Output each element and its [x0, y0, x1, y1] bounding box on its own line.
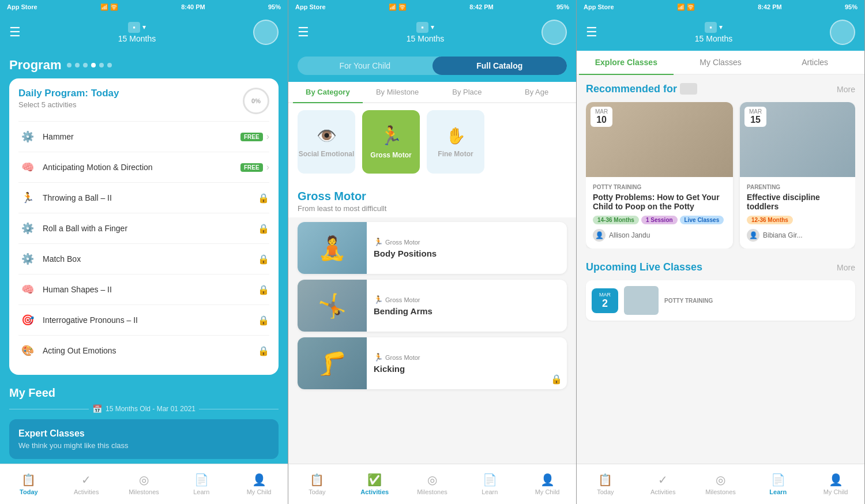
nav-learn-1[interactable]: 📄 Learn [172, 464, 230, 504]
activity-roll[interactable]: ⚙️ Roll a Ball with a Finger 🔒 [18, 213, 269, 243]
activity-hammer[interactable]: ⚙️ Hammer FREE › [18, 121, 269, 152]
nav-activities-2[interactable]: ✅ Activities [346, 464, 404, 504]
recommended-cards-row: MAR 10 POTTY TRAINING Potty Problems: Ho… [586, 102, 855, 249]
tab-explore-classes[interactable]: Explore Classes [579, 51, 674, 75]
activity-name-roll: Roll a Ball with a Finger [43, 224, 258, 233]
tab-by-age[interactable]: By Age [502, 82, 571, 103]
milestones-icon: ◎ [139, 473, 149, 487]
activity-interrogative[interactable]: 🎯 Interrogative Pronouns – II 🔒 [18, 304, 269, 335]
chevron-down-icon-3: ▾ [719, 23, 723, 31]
nav-activities-3[interactable]: ✓ Activities [634, 464, 692, 504]
activity-matchbox[interactable]: ⚙️ Match Box 🔒 [18, 243, 269, 274]
month-badge-2[interactable]: ▪ [416, 22, 428, 33]
nav-today-3[interactable]: 📋 Today [577, 464, 634, 504]
activities-label: Activities [74, 488, 99, 495]
tab-by-category[interactable]: By Category [293, 82, 363, 103]
toggle-group: For Your Child Full Catalog [298, 57, 567, 75]
progress-circle: 0% [243, 88, 269, 114]
mychild-label: My Child [247, 488, 272, 495]
milestones-label: Milestones [129, 488, 159, 495]
rec-card-img-1: MAR 10 [586, 102, 733, 177]
mychild-label-2: My Child [535, 488, 560, 495]
social-emotional-label: Social Emotional [299, 150, 355, 158]
rec-card-date-1: MAR 10 [591, 107, 612, 127]
activity-throwing[interactable]: 🏃 Throwing a Ball – II 🔒 [18, 182, 269, 213]
tab-by-place[interactable]: By Place [432, 82, 502, 103]
activities-icon-2: ✅ [367, 473, 382, 487]
feed-date-row: 📅 15 Months Old - Mar 01 2021 [9, 404, 279, 413]
recommended-title: Recommended for [586, 83, 697, 95]
carrier-1: App Store [7, 3, 37, 10]
nav-today-1[interactable]: 📋 Today [0, 464, 58, 504]
activity-icon-matchbox: ⚙️ [18, 250, 37, 268]
bottom-nav-2: 📋 Today ✅ Activities ◎ Milestones 📄 Lear… [288, 464, 576, 504]
screen3-content: Explore Classes My Classes Articles Reco… [577, 51, 864, 464]
tab-my-classes[interactable]: My Classes [674, 51, 768, 75]
nav-mychild-2[interactable]: 👤 My Child [518, 464, 576, 504]
activity-human-shapes[interactable]: 🧠 Human Shapes – II 🔒 [18, 274, 269, 304]
upcoming-more-link[interactable]: More [837, 263, 855, 272]
toggle-full-catalog[interactable]: Full Catalog [432, 57, 567, 75]
activity-icon-roll: ⚙️ [18, 219, 37, 238]
rec-date-month-1: MAR [595, 108, 608, 115]
activity-emotions[interactable]: 🎨 Acting Out Emotions 🔒 [18, 335, 269, 366]
lock-icon-matchbox: 🔒 [258, 254, 269, 265]
upcoming-label-1: POTTY TRAINING [664, 298, 849, 304]
rec-title-1: Potty Problems: How to Get Your Child to… [593, 193, 726, 211]
upcoming-section: Upcoming Live Classes More MAR 2 POTTY T… [577, 257, 864, 329]
upcoming-date-box-1: MAR 2 [592, 288, 618, 313]
filter-tabs: By Category By Milestone By Place By Age [288, 82, 576, 103]
nav-learn-3[interactable]: 📄 Learn [749, 464, 807, 504]
toggle-for-your-child[interactable]: For Your Child [298, 57, 432, 75]
nav-activities-1[interactable]: ✓ Activities [58, 464, 115, 504]
tag-session-1: 1 Session [641, 216, 678, 224]
free-badge-hammer: FREE [240, 133, 263, 141]
time-3: 8:42 PM [758, 3, 782, 10]
today-label-3: Today [597, 488, 614, 495]
gross-motor-icon: 🏃 [379, 125, 403, 146]
hamburger-menu-2[interactable]: ☰ [298, 25, 309, 40]
category-social-emotional[interactable]: 👁️ Social Emotional [298, 110, 355, 174]
nav-milestones-2[interactable]: ◎ Milestones [404, 464, 461, 504]
time-1: 8:40 PM [181, 3, 205, 10]
nav-today-2[interactable]: 📋 Today [288, 464, 346, 504]
activity-card-kicking[interactable]: 🦵 🏃 Gross Motor Kicking 🔒 [298, 337, 567, 389]
hamburger-menu-3[interactable]: ☰ [586, 25, 597, 40]
month-badge-3[interactable]: ▪ [705, 22, 717, 33]
recommended-more-link[interactable]: More [837, 85, 855, 94]
daily-card[interactable]: Daily Program: Today Select 5 activities… [9, 78, 279, 375]
author-avatar-1: 👤 [593, 229, 606, 242]
months-label-2: 15 Months [407, 34, 444, 43]
rec-category-1: POTTY TRAINING [593, 184, 726, 190]
upcoming-cat-1: POTTY TRAINING [664, 298, 849, 304]
nav-mychild-3[interactable]: 👤 My Child [807, 464, 864, 504]
category-fine-motor[interactable]: ✋ Fine Motor [427, 110, 484, 174]
nav-milestones-3[interactable]: ◎ Milestones [692, 464, 750, 504]
upcoming-item-1[interactable]: MAR 2 POTTY TRAINING [586, 280, 855, 321]
avatar-3[interactable] [830, 20, 855, 45]
tab-by-milestone[interactable]: By Milestone [363, 82, 432, 103]
category-gross-motor[interactable]: 🏃 Gross Motor [362, 110, 420, 174]
month-badge-1[interactable]: ▪ [128, 22, 140, 33]
rec-card-1[interactable]: MAR 10 POTTY TRAINING Potty Problems: Ho… [586, 102, 733, 249]
calendar-icon: 📅 [92, 404, 102, 413]
bottom-nav-3: 📋 Today ✓ Activities ◎ Milestones 📄 Lear… [577, 464, 864, 504]
nav-mychild-1[interactable]: 👤 My Child [230, 464, 288, 504]
tab-articles[interactable]: Articles [768, 51, 862, 75]
activity-card-bending-arms[interactable]: 🤸 🏃 Gross Motor Bending Arms [298, 280, 567, 332]
learn-icon-3: 📄 [771, 473, 785, 487]
program-title: Program [9, 58, 61, 73]
activity-card-body-positions[interactable]: 🧘 🏃 Gross Motor Body Positions [298, 222, 567, 274]
activity-anticipating[interactable]: 🧠 Anticipating Motion & Direction FREE › [18, 152, 269, 182]
author-name-2: Bibiana Gir... [763, 231, 803, 239]
avatar-2[interactable] [541, 20, 567, 45]
author-row-1: 👤 Allison Jandu [593, 229, 726, 242]
rec-card-2[interactable]: MAR 15 PARENTING Effective discipline to… [740, 102, 855, 249]
expert-card[interactable]: Expert Classes We think you might like t… [9, 419, 279, 459]
nav-learn-2[interactable]: 📄 Learn [461, 464, 518, 504]
activity-name-emotions: Acting Out Emotions [43, 346, 258, 355]
activity-icon-interrogative: 🎯 [18, 311, 37, 329]
nav-milestones-1[interactable]: ◎ Milestones [115, 464, 173, 504]
avatar-1[interactable] [253, 20, 279, 45]
hamburger-menu-1[interactable]: ☰ [9, 25, 21, 40]
